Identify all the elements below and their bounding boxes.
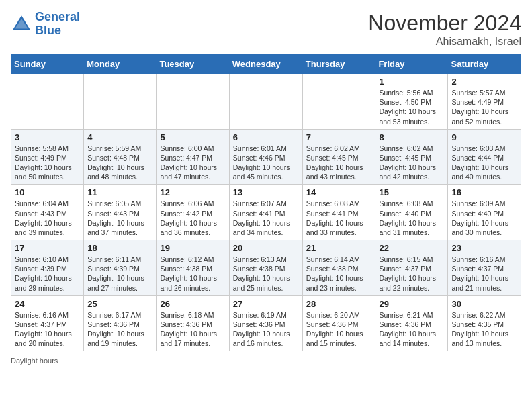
calendar-week-row: 1Sunrise: 5:56 AM Sunset: 4:50 PM Daylig…: [11, 74, 521, 130]
day-info: Sunrise: 6:16 AM Sunset: 4:37 PM Dayligh…: [451, 255, 517, 293]
calendar-cell: [229, 74, 302, 130]
weekday-header: Friday: [375, 55, 448, 74]
day-info: Sunrise: 6:08 AM Sunset: 4:40 PM Dayligh…: [379, 199, 444, 237]
calendar-cell: 15Sunrise: 6:08 AM Sunset: 4:40 PM Dayli…: [375, 185, 448, 240]
calendar-cell: 29Sunrise: 6:21 AM Sunset: 4:36 PM Dayli…: [375, 295, 448, 351]
day-number: 5: [160, 132, 225, 142]
day-number: 4: [87, 132, 152, 142]
calendar-cell: [302, 74, 375, 130]
calendar-cell: 2Sunrise: 5:57 AM Sunset: 4:49 PM Daylig…: [448, 74, 521, 130]
day-number: 2: [451, 77, 517, 87]
weekday-header: Wednesday: [229, 55, 302, 74]
day-info: Sunrise: 5:58 AM Sunset: 4:49 PM Dayligh…: [15, 144, 80, 182]
day-info: Sunrise: 6:21 AM Sunset: 4:36 PM Dayligh…: [379, 310, 444, 349]
footer: Daylight hours: [11, 357, 521, 365]
day-info: Sunrise: 6:06 AM Sunset: 4:42 PM Dayligh…: [160, 199, 225, 237]
calendar-cell: 9Sunrise: 6:03 AM Sunset: 4:44 PM Daylig…: [448, 129, 521, 185]
calendar-week-row: 3Sunrise: 5:58 AM Sunset: 4:49 PM Daylig…: [11, 129, 521, 185]
day-number: 23: [451, 243, 517, 253]
day-number: 16: [451, 187, 517, 197]
day-number: 12: [160, 187, 225, 197]
calendar-cell: 23Sunrise: 6:16 AM Sunset: 4:37 PM Dayli…: [448, 240, 521, 296]
day-number: 25: [87, 299, 152, 309]
calendar-cell: 20Sunrise: 6:13 AM Sunset: 4:38 PM Dayli…: [229, 240, 302, 296]
weekday-header-row: SundayMondayTuesdayWednesdayThursdayFrid…: [11, 55, 521, 74]
day-number: 13: [233, 187, 299, 197]
day-number: 22: [379, 243, 444, 253]
title-block: November 2024 Ahisamakh, Israel: [368, 11, 521, 48]
month-title: November 2024: [368, 11, 521, 36]
calendar-cell: 13Sunrise: 6:07 AM Sunset: 4:41 PM Dayli…: [229, 185, 302, 240]
day-number: 10: [15, 187, 80, 197]
day-number: 24: [15, 299, 80, 309]
day-info: Sunrise: 6:12 AM Sunset: 4:38 PM Dayligh…: [160, 255, 225, 293]
calendar-cell: 25Sunrise: 6:17 AM Sunset: 4:36 PM Dayli…: [84, 295, 157, 351]
day-info: Sunrise: 6:15 AM Sunset: 4:37 PM Dayligh…: [379, 255, 444, 293]
day-number: 14: [306, 187, 372, 197]
calendar-cell: 22Sunrise: 6:15 AM Sunset: 4:37 PM Dayli…: [375, 240, 448, 296]
calendar-cell: 30Sunrise: 6:22 AM Sunset: 4:35 PM Dayli…: [448, 295, 521, 351]
calendar-cell: 21Sunrise: 6:14 AM Sunset: 4:38 PM Dayli…: [302, 240, 375, 296]
day-info: Sunrise: 6:14 AM Sunset: 4:38 PM Dayligh…: [306, 255, 372, 293]
calendar-cell: 3Sunrise: 5:58 AM Sunset: 4:49 PM Daylig…: [11, 129, 84, 185]
day-info: Sunrise: 6:02 AM Sunset: 4:45 PM Dayligh…: [379, 144, 444, 182]
weekday-header: Thursday: [302, 55, 375, 74]
day-number: 7: [306, 132, 372, 142]
calendar-cell: 12Sunrise: 6:06 AM Sunset: 4:42 PM Dayli…: [157, 185, 229, 240]
logo: General Blue: [11, 11, 80, 38]
day-info: Sunrise: 5:57 AM Sunset: 4:49 PM Dayligh…: [451, 88, 517, 126]
day-info: Sunrise: 6:09 AM Sunset: 4:40 PM Dayligh…: [451, 199, 517, 237]
weekday-header: Monday: [84, 55, 157, 74]
day-number: 21: [306, 243, 372, 253]
day-number: 26: [160, 299, 225, 309]
calendar-week-row: 10Sunrise: 6:04 AM Sunset: 4:43 PM Dayli…: [11, 185, 521, 240]
calendar-table: SundayMondayTuesdayWednesdayThursdayFrid…: [11, 54, 521, 351]
day-info: Sunrise: 6:01 AM Sunset: 4:46 PM Dayligh…: [233, 144, 299, 182]
day-number: 19: [160, 243, 225, 253]
day-number: 6: [233, 132, 299, 142]
calendar-cell: 16Sunrise: 6:09 AM Sunset: 4:40 PM Dayli…: [448, 185, 521, 240]
day-info: Sunrise: 6:19 AM Sunset: 4:36 PM Dayligh…: [233, 310, 299, 349]
day-info: Sunrise: 6:13 AM Sunset: 4:38 PM Dayligh…: [233, 255, 299, 293]
calendar-cell: [11, 74, 84, 130]
calendar-cell: 5Sunrise: 6:00 AM Sunset: 4:47 PM Daylig…: [157, 129, 229, 185]
day-number: 27: [233, 299, 299, 309]
day-info: Sunrise: 6:03 AM Sunset: 4:44 PM Dayligh…: [451, 144, 517, 182]
page-header: General Blue November 2024 Ahisamakh, Is…: [11, 11, 521, 48]
calendar-cell: 6Sunrise: 6:01 AM Sunset: 4:46 PM Daylig…: [229, 129, 302, 185]
day-info: Sunrise: 5:56 AM Sunset: 4:50 PM Dayligh…: [379, 88, 444, 126]
logo-icon: [11, 13, 32, 35]
day-number: 11: [87, 187, 152, 197]
day-number: 8: [379, 132, 444, 142]
day-info: Sunrise: 6:07 AM Sunset: 4:41 PM Dayligh…: [233, 199, 299, 237]
calendar-week-row: 24Sunrise: 6:16 AM Sunset: 4:37 PM Dayli…: [11, 295, 521, 351]
day-info: Sunrise: 6:16 AM Sunset: 4:37 PM Dayligh…: [15, 310, 80, 349]
day-info: Sunrise: 5:59 AM Sunset: 4:48 PM Dayligh…: [87, 144, 152, 182]
calendar-cell: 27Sunrise: 6:19 AM Sunset: 4:36 PM Dayli…: [229, 295, 302, 351]
day-info: Sunrise: 6:11 AM Sunset: 4:39 PM Dayligh…: [87, 255, 152, 293]
day-info: Sunrise: 6:02 AM Sunset: 4:45 PM Dayligh…: [306, 144, 372, 182]
logo-text: General Blue: [35, 11, 80, 38]
day-number: 29: [379, 299, 444, 309]
day-number: 3: [15, 132, 80, 142]
day-number: 18: [87, 243, 152, 253]
day-number: 9: [451, 132, 517, 142]
day-info: Sunrise: 6:20 AM Sunset: 4:36 PM Dayligh…: [306, 310, 372, 349]
day-number: 17: [15, 243, 80, 253]
weekday-header: Saturday: [448, 55, 521, 74]
day-info: Sunrise: 6:00 AM Sunset: 4:47 PM Dayligh…: [160, 144, 225, 182]
calendar-cell: 4Sunrise: 5:59 AM Sunset: 4:48 PM Daylig…: [84, 129, 157, 185]
calendar-cell: 11Sunrise: 6:05 AM Sunset: 4:43 PM Dayli…: [84, 185, 157, 240]
daylight-label: Daylight hours: [11, 357, 58, 365]
calendar-cell: 7Sunrise: 6:02 AM Sunset: 4:45 PM Daylig…: [302, 129, 375, 185]
calendar-cell: 18Sunrise: 6:11 AM Sunset: 4:39 PM Dayli…: [84, 240, 157, 296]
day-number: 15: [379, 187, 444, 197]
calendar-cell: 24Sunrise: 6:16 AM Sunset: 4:37 PM Dayli…: [11, 295, 84, 351]
day-number: 1: [379, 77, 444, 87]
day-info: Sunrise: 6:04 AM Sunset: 4:43 PM Dayligh…: [15, 199, 80, 237]
calendar-cell: 14Sunrise: 6:08 AM Sunset: 4:41 PM Dayli…: [302, 185, 375, 240]
calendar-cell: 19Sunrise: 6:12 AM Sunset: 4:38 PM Dayli…: [157, 240, 229, 296]
calendar-cell: [157, 74, 229, 130]
calendar-cell: 1Sunrise: 5:56 AM Sunset: 4:50 PM Daylig…: [375, 74, 448, 130]
day-info: Sunrise: 6:05 AM Sunset: 4:43 PM Dayligh…: [87, 199, 152, 237]
